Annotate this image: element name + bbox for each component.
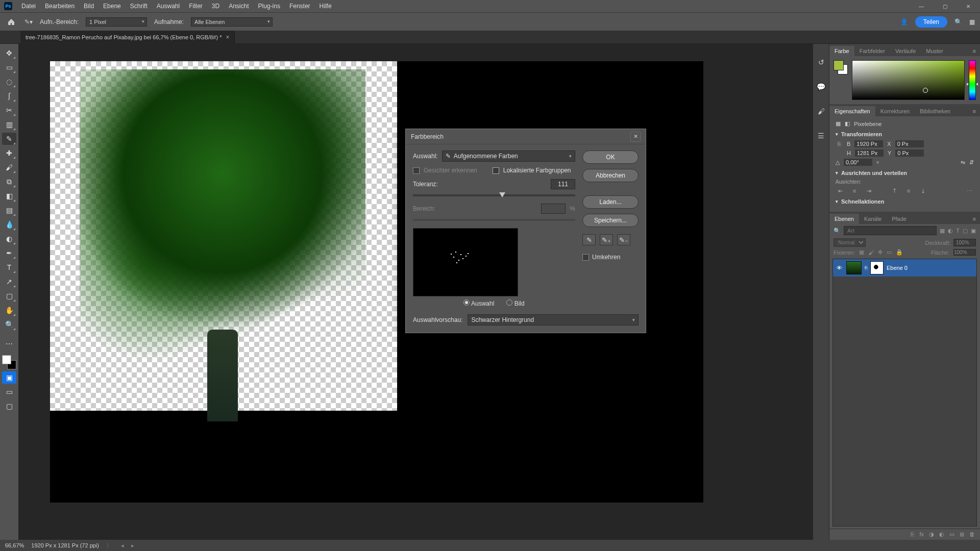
localized-checkbox[interactable]	[493, 167, 499, 174]
minimize-button[interactable]: —	[910, 0, 933, 12]
document-tab-close-icon[interactable]: ×	[226, 34, 229, 41]
dialog-titlebar[interactable]: Farbbereich ✕	[406, 129, 646, 144]
color-field[interactable]	[852, 60, 965, 100]
layer-row[interactable]: 👁 ⎘ Ebene 0	[833, 259, 976, 277]
crop-tool[interactable]: ✂	[2, 104, 16, 116]
quickmask-toggle[interactable]: ▣	[2, 371, 16, 384]
sample-size-select[interactable]: 1 Pixel	[86, 17, 147, 27]
pen-tool[interactable]: ✒	[2, 247, 16, 259]
dodge-tool[interactable]: ◐	[2, 233, 16, 245]
opacity-input[interactable]	[953, 239, 976, 246]
eyedropper-sample-icon[interactable]: ✎	[582, 234, 596, 245]
mask-add-icon[interactable]: ◑	[929, 531, 934, 538]
flip-v-icon[interactable]: ⇵	[969, 159, 974, 166]
filter-adjust-icon[interactable]: ◐	[948, 228, 953, 234]
tab-pfade[interactable]: Pfade	[887, 214, 912, 224]
tab-farbfelder[interactable]: Farbfelder	[854, 46, 890, 56]
menu-auswahl[interactable]: Auswahl	[157, 3, 180, 10]
type-tool[interactable]: T	[2, 261, 16, 273]
visibility-toggle-icon[interactable]: 👁	[835, 265, 843, 271]
close-window-button[interactable]: ✕	[957, 0, 980, 12]
artboard-tool[interactable]: ▭	[2, 61, 16, 73]
document-tab[interactable]: tree-7186835_Ramon Perucho auf Pixabay.j…	[20, 31, 235, 44]
sample-mode-select[interactable]: Alle Ebenen	[191, 17, 273, 27]
brushes-panel-icon[interactable]: 🖌	[816, 106, 826, 116]
menu-3d[interactable]: 3D	[212, 3, 219, 10]
lock-all-icon[interactable]: 🔒	[896, 249, 903, 256]
fx-icon[interactable]: fx	[919, 531, 924, 538]
menu-ansicht[interactable]: Ansicht	[229, 3, 249, 10]
tab-eigenschaften[interactable]: Eigenschaften	[829, 106, 875, 116]
menu-filter[interactable]: Filter	[189, 3, 203, 10]
menu-bearbeiten[interactable]: Bearbeiten	[45, 3, 75, 10]
eyedropper-add-icon[interactable]: ✎₊	[600, 234, 613, 245]
comments-panel-icon[interactable]: 💬	[816, 82, 826, 92]
move-tool[interactable]: ✥	[2, 47, 16, 59]
radio-selection[interactable]: Auswahl	[463, 299, 494, 307]
workspace-icon[interactable]: ▦	[969, 18, 975, 26]
align-header[interactable]: Ausrichten und verteilen	[836, 170, 974, 176]
tolerance-slider-thumb[interactable]	[499, 192, 505, 197]
ellipsis-tool[interactable]: ⋯	[2, 338, 16, 350]
eraser-tool[interactable]: ◧	[2, 190, 16, 202]
menu-plugins[interactable]: Plug-ins	[258, 3, 280, 10]
layer-filter-input[interactable]	[844, 226, 937, 235]
search-icon[interactable]: 🔍	[954, 18, 962, 26]
maximize-button[interactable]: ▢	[933, 0, 957, 12]
tab-bibliotheken[interactable]: Bibliotheken	[915, 106, 955, 116]
heal-tool[interactable]: ✚	[2, 147, 16, 159]
trash-icon[interactable]: 🗑	[969, 531, 975, 538]
tab-verlaeufe[interactable]: Verläufe	[890, 46, 921, 56]
lock-transparency-icon[interactable]: ▦	[859, 249, 864, 256]
filter-smart-icon[interactable]: ▣	[971, 228, 976, 234]
tool-preset-icon[interactable]: ✎▾	[24, 18, 33, 26]
home-icon[interactable]	[5, 16, 17, 28]
timeline-next-icon[interactable]: ▸	[131, 542, 134, 549]
blur-tool[interactable]: 💧	[2, 218, 16, 231]
fg-bg-swatches[interactable]	[2, 355, 16, 369]
share-button[interactable]: Teilen	[915, 16, 947, 28]
menu-datei[interactable]: Datei	[21, 3, 36, 10]
new-layer-icon[interactable]: ⊞	[960, 531, 964, 538]
lock-artboard-icon[interactable]: ▭	[887, 249, 892, 256]
quickactions-header[interactable]: Schnellaktionen	[836, 198, 974, 205]
filter-type-icon[interactable]: T	[956, 228, 960, 234]
timeline-prev-icon[interactable]: ◂	[121, 542, 124, 549]
save-button[interactable]: Speichern...	[582, 214, 639, 227]
lasso-tool[interactable]: ʃ	[2, 90, 16, 102]
group-icon[interactable]: ▭	[949, 531, 954, 538]
tab-ebenen[interactable]: Ebenen	[829, 214, 859, 224]
layer-name-label[interactable]: Ebene 0	[887, 265, 908, 271]
mask-link-icon[interactable]: ⎘	[865, 265, 867, 270]
menu-schrift[interactable]: Schrift	[130, 3, 148, 10]
color-panel-menu-icon[interactable]: ≡	[969, 46, 980, 56]
layer-thumbnail[interactable]	[846, 261, 862, 274]
clone-tool[interactable]: ⧉	[2, 176, 16, 188]
tab-kanaele[interactable]: Kanäle	[859, 214, 887, 224]
brush-tool[interactable]: 🖌	[2, 161, 16, 173]
flip-h-icon[interactable]: ⇋	[961, 159, 965, 166]
align-right-icon[interactable]: ⇥	[864, 188, 873, 194]
rectangle-tool[interactable]: ▢	[2, 290, 16, 302]
align-more-icon[interactable]: ⋯	[965, 188, 974, 194]
cloud-icon[interactable]: 👤	[900, 18, 908, 26]
ok-button[interactable]: OK	[582, 151, 639, 164]
cancel-button[interactable]: Abbrechen	[582, 169, 639, 182]
document-info[interactable]: 1920 Px x 1281 Px (72 ppi)	[31, 542, 99, 548]
menu-fenster[interactable]: Fenster	[289, 3, 310, 10]
frame-tool[interactable]: ▥	[2, 118, 16, 131]
menu-bild[interactable]: Bild	[84, 3, 94, 10]
filter-pixel-icon[interactable]: ▦	[940, 228, 945, 234]
link-wh-icon[interactable]: ⎘	[836, 141, 843, 147]
info-flyout-icon[interactable]: 〉	[106, 542, 112, 549]
align-left-icon[interactable]: ⇤	[836, 188, 845, 194]
gradient-tool[interactable]: ▤	[2, 204, 16, 216]
align-top-icon[interactable]: ⤒	[890, 188, 899, 194]
properties-panel-menu-icon[interactable]: ≡	[969, 106, 980, 116]
tab-muster[interactable]: Muster	[921, 46, 948, 56]
x-input[interactable]	[895, 140, 924, 147]
fg-bg-color-swatches[interactable]	[834, 60, 848, 74]
hand-tool[interactable]: ✋	[2, 304, 16, 316]
lock-position-icon[interactable]: ✥	[878, 249, 883, 256]
select-dropdown[interactable]: ✎ Aufgenommene Farben	[442, 151, 575, 162]
